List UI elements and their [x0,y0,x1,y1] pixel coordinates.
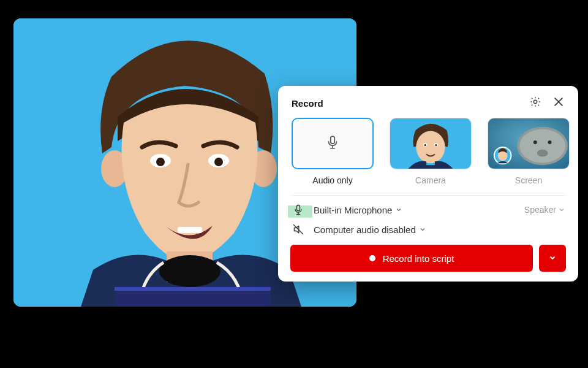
microphone-icon [292,203,305,217]
monitor-label: Speaker [524,205,556,215]
svg-point-17 [424,144,426,146]
svg-rect-13 [331,136,335,144]
option-camera-tile [390,118,472,169]
panel-header: Record [290,97,566,109]
microphone-row: Built-in Microphone Speaker [292,203,565,217]
settings-button[interactable] [529,97,541,109]
close-icon [552,96,565,110]
option-label: Screen [515,175,542,185]
option-audio-only[interactable]: Audio only [292,118,374,185]
svg-rect-29 [297,205,300,211]
svg-point-9 [159,255,221,287]
record-panel: Record [278,86,578,282]
svg-point-19 [435,144,437,146]
microphone-icon [325,134,341,153]
record-button-more[interactable] [539,245,566,272]
svg-point-22 [519,129,565,163]
panel-title: Record [292,98,323,109]
option-audio-only-tile [292,118,374,169]
option-label: Audio only [312,175,352,185]
svg-point-23 [533,140,537,144]
svg-point-4 [156,158,165,166]
svg-point-12 [533,100,537,103]
chevron-down-icon [420,226,426,232]
record-dot-icon [369,255,375,261]
svg-rect-7 [178,227,202,233]
speaker-muted-icon [292,223,305,236]
svg-point-25 [537,150,548,157]
option-screen[interactable]: Screen [488,118,570,185]
option-label: Camera [415,175,446,185]
chevron-down-icon [559,207,565,213]
record-mode-options: Audio only Camera [290,118,566,196]
svg-rect-11 [115,287,271,291]
system-audio-row: Computer audio disabled [292,223,565,236]
chevron-down-icon [549,253,556,264]
svg-point-15 [416,131,445,164]
svg-point-24 [548,140,552,144]
record-button[interactable]: Record into script [290,245,533,272]
system-audio-status: Computer audio disabled [314,224,416,235]
input-settings: Built-in Microphone Speaker [290,196,566,245]
chevron-down-icon [396,207,402,213]
option-camera[interactable]: Camera [390,118,472,185]
record-button-label: Record into script [383,253,454,264]
microphone-device-name: Built-in Microphone [314,205,392,215]
monitor-select[interactable]: Speaker [524,205,565,215]
close-button[interactable] [552,97,565,109]
option-screen-tile [488,118,570,169]
microphone-select[interactable]: Built-in Microphone [314,205,402,215]
gear-icon [529,96,541,110]
svg-point-6 [214,158,223,166]
system-audio-select[interactable]: Computer audio disabled [314,224,426,235]
